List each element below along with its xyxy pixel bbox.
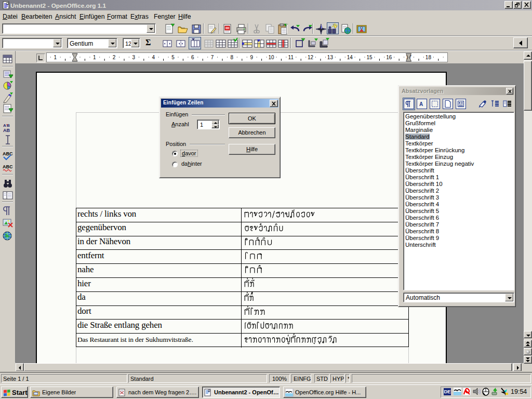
svg-text:ABC: ABC [3, 151, 13, 156]
svg-text:A: A [419, 101, 423, 107]
svg-text:6: 6 [191, 55, 194, 60]
svg-text:1: 1 [93, 55, 96, 60]
svg-text:ABC: ABC [3, 164, 13, 169]
svg-text:14: 14 [347, 55, 353, 60]
svg-text:B: B [7, 123, 10, 128]
svg-text:4: 4 [152, 55, 155, 60]
svg-text:8: 8 [231, 55, 234, 60]
svg-text:3: 3 [132, 55, 136, 60]
svg-text:9: 9 [250, 55, 253, 60]
svg-text:1: 1 [54, 55, 57, 60]
svg-text:13: 13 [327, 55, 334, 60]
svg-text:18: 18 [425, 55, 432, 60]
svg-text:A: A [3, 123, 6, 128]
svg-text:16: 16 [386, 55, 392, 60]
svg-text:AB: AB [3, 128, 10, 133]
svg-text:5: 5 [171, 55, 175, 60]
svg-text:7: 7 [211, 55, 214, 60]
svg-text:12: 12 [308, 55, 314, 60]
svg-text:15: 15 [366, 55, 373, 60]
svg-text:11: 11 [288, 55, 294, 60]
svg-text:2: 2 [113, 55, 116, 60]
svg-text:10: 10 [268, 55, 274, 60]
